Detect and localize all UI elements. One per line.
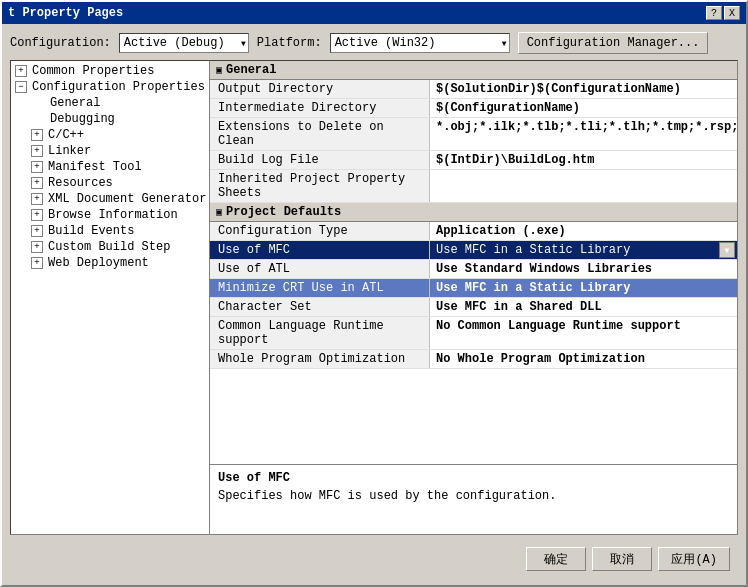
bottom-info-panel: Use of MFC Specifies how MFC is used by … bbox=[210, 464, 737, 534]
proj-prop-value: Application (.exe) bbox=[430, 222, 737, 240]
tree-item-config-props[interactable]: −Configuration Properties bbox=[11, 79, 209, 95]
bottom-info-description: Specifies how MFC is used by the configu… bbox=[218, 489, 729, 503]
tree-expander-common-props[interactable]: + bbox=[15, 65, 27, 77]
project-defaults-prop-row[interactable]: Whole Program OptimizationNo Whole Progr… bbox=[210, 350, 737, 369]
tree-item-cc[interactable]: +C/C++ bbox=[11, 127, 209, 143]
tree-item-common-props[interactable]: +Common Properties bbox=[11, 63, 209, 79]
tree-expander-config-props[interactable]: − bbox=[15, 81, 27, 93]
tree-item-label-custom-build: Custom Build Step bbox=[48, 240, 170, 254]
proj-prop-value: No Whole Program Optimization bbox=[430, 350, 737, 368]
configuration-dropdown[interactable]: Active (Debug) ▼ bbox=[119, 33, 249, 53]
platform-dropdown-arrow: ▼ bbox=[502, 39, 507, 48]
general-prop-row[interactable]: Extensions to Delete on Clean*.obj;*.ilk… bbox=[210, 118, 737, 151]
tree-item-label-build-events: Build Events bbox=[48, 224, 134, 238]
general-prop-name: Intermediate Directory bbox=[210, 99, 430, 117]
tree-item-linker[interactable]: +Linker bbox=[11, 143, 209, 159]
proj-prop-value: Use MFC in a Static Library bbox=[430, 241, 719, 259]
general-prop-name: Build Log File bbox=[210, 151, 430, 169]
properties-panel: ▣ General Output Directory$(SolutionDir)… bbox=[210, 60, 738, 535]
close-button[interactable]: X bbox=[724, 6, 740, 20]
properties-area: ▣ General Output Directory$(SolutionDir)… bbox=[210, 61, 737, 464]
bottom-info-title: Use of MFC bbox=[218, 471, 729, 485]
cancel-button[interactable]: 取消 bbox=[592, 547, 652, 571]
project-defaults-properties: Configuration TypeApplication (.exe)Use … bbox=[210, 222, 737, 369]
tree-expander-resources[interactable]: + bbox=[31, 177, 43, 189]
project-defaults-prop-row[interactable]: Minimize CRT Use in ATLUse MFC in a Stat… bbox=[210, 279, 737, 298]
tree-expander-linker[interactable]: + bbox=[31, 145, 43, 157]
tree-expander-web-deploy[interactable]: + bbox=[31, 257, 43, 269]
general-toggle[interactable]: ▣ bbox=[216, 64, 222, 76]
general-section-title: General bbox=[226, 63, 276, 77]
proj-prop-value: Use Standard Windows Libraries bbox=[430, 260, 737, 278]
proj-prop-name: Use of MFC bbox=[210, 241, 430, 259]
tree-item-general[interactable]: General bbox=[11, 95, 209, 111]
project-defaults-prop-row[interactable]: Configuration TypeApplication (.exe) bbox=[210, 222, 737, 241]
tree-item-label-linker: Linker bbox=[48, 144, 91, 158]
general-prop-name: Extensions to Delete on Clean bbox=[210, 118, 430, 150]
proj-prop-name: Configuration Type bbox=[210, 222, 430, 240]
tree-item-label-xml-doc-gen: XML Document Generator bbox=[48, 192, 206, 206]
platform-label: Platform: bbox=[257, 36, 322, 50]
proj-prop-dropdown-arrow[interactable]: ▼ bbox=[719, 242, 735, 258]
tree-expander-cc[interactable]: + bbox=[31, 129, 43, 141]
tree-expander-manifest-tool[interactable]: + bbox=[31, 161, 43, 173]
project-defaults-prop-row[interactable]: Common Language Runtime supportNo Common… bbox=[210, 317, 737, 350]
config-dropdown-value: Active (Debug) bbox=[124, 36, 225, 50]
general-prop-row[interactable]: Inherited Project Property Sheets bbox=[210, 170, 737, 203]
tree-item-build-events[interactable]: +Build Events bbox=[11, 223, 209, 239]
general-prop-value bbox=[430, 170, 737, 202]
title-bar-buttons: ? X bbox=[706, 6, 740, 20]
platform-dropdown[interactable]: Active (Win32) ▼ bbox=[330, 33, 510, 53]
proj-prop-value-dropdown-wrap: Use MFC in a Static Library▼ bbox=[430, 241, 737, 259]
general-section-header: ▣ General bbox=[210, 61, 737, 80]
proj-prop-value: Use MFC in a Shared DLL bbox=[430, 298, 737, 316]
tree-item-label-web-deploy: Web Deployment bbox=[48, 256, 149, 270]
general-prop-name: Output Directory bbox=[210, 80, 430, 98]
help-button[interactable]: ? bbox=[706, 6, 722, 20]
general-prop-value: $(ConfigurationName) bbox=[430, 99, 737, 117]
project-defaults-prop-row[interactable]: Use of ATLUse Standard Windows Libraries bbox=[210, 260, 737, 279]
general-prop-value: $(IntDir)\BuildLog.htm bbox=[430, 151, 737, 169]
proj-prop-name: Whole Program Optimization bbox=[210, 350, 430, 368]
window-title: t Property Pages bbox=[8, 6, 123, 20]
main-content: Configuration: Active (Debug) ▼ Platform… bbox=[2, 24, 746, 585]
tree-item-label-manifest-tool: Manifest Tool bbox=[48, 160, 142, 174]
tree-item-resources[interactable]: +Resources bbox=[11, 175, 209, 191]
project-defaults-prop-row[interactable]: Character SetUse MFC in a Shared DLL bbox=[210, 298, 737, 317]
project-defaults-prop-row[interactable]: Use of MFCUse MFC in a Static Library▼ bbox=[210, 241, 737, 260]
main-area: +Common Properties−Configuration Propert… bbox=[10, 60, 738, 535]
proj-prop-name: Use of ATL bbox=[210, 260, 430, 278]
proj-prop-name: Minimize CRT Use in ATL bbox=[210, 279, 430, 297]
proj-prop-value: No Common Language Runtime support bbox=[430, 317, 737, 349]
tree-expander-browse-info[interactable]: + bbox=[31, 209, 43, 221]
general-prop-row[interactable]: Build Log File$(IntDir)\BuildLog.htm bbox=[210, 151, 737, 170]
general-prop-value: $(SolutionDir)$(ConfigurationName) bbox=[430, 80, 737, 98]
tree-item-manifest-tool[interactable]: +Manifest Tool bbox=[11, 159, 209, 175]
property-pages-window: t Property Pages ? X Configuration: Acti… bbox=[0, 0, 748, 587]
tree-item-label-common-props: Common Properties bbox=[32, 64, 154, 78]
general-prop-row[interactable]: Output Directory$(SolutionDir)$(Configur… bbox=[210, 80, 737, 99]
configuration-row: Configuration: Active (Debug) ▼ Platform… bbox=[10, 32, 738, 54]
tree-expander-build-events[interactable]: + bbox=[31, 225, 43, 237]
tree-item-xml-doc-gen[interactable]: +XML Document Generator bbox=[11, 191, 209, 207]
tree-item-browse-info[interactable]: +Browse Information bbox=[11, 207, 209, 223]
tree-item-label-cc: C/C++ bbox=[48, 128, 84, 142]
platform-dropdown-value: Active (Win32) bbox=[335, 36, 436, 50]
tree-item-web-deploy[interactable]: +Web Deployment bbox=[11, 255, 209, 271]
config-label: Configuration: bbox=[10, 36, 111, 50]
apply-button[interactable]: 应用(A) bbox=[658, 547, 730, 571]
tree-item-label-debugging: Debugging bbox=[50, 112, 115, 126]
tree-item-label-browse-info: Browse Information bbox=[48, 208, 178, 222]
tree-item-label-resources: Resources bbox=[48, 176, 113, 190]
tree-expander-custom-build[interactable]: + bbox=[31, 241, 43, 253]
config-manager-button[interactable]: Configuration Manager... bbox=[518, 32, 709, 54]
general-prop-name: Inherited Project Property Sheets bbox=[210, 170, 430, 202]
tree-item-custom-build[interactable]: +Custom Build Step bbox=[11, 239, 209, 255]
proj-prop-name: Character Set bbox=[210, 298, 430, 316]
tree-expander-xml-doc-gen[interactable]: + bbox=[31, 193, 43, 205]
general-prop-row[interactable]: Intermediate Directory$(ConfigurationNam… bbox=[210, 99, 737, 118]
project-defaults-toggle[interactable]: ▣ bbox=[216, 206, 222, 218]
tree-item-debugging[interactable]: Debugging bbox=[11, 111, 209, 127]
general-properties: Output Directory$(SolutionDir)$(Configur… bbox=[210, 80, 737, 203]
confirm-button[interactable]: 确定 bbox=[526, 547, 586, 571]
